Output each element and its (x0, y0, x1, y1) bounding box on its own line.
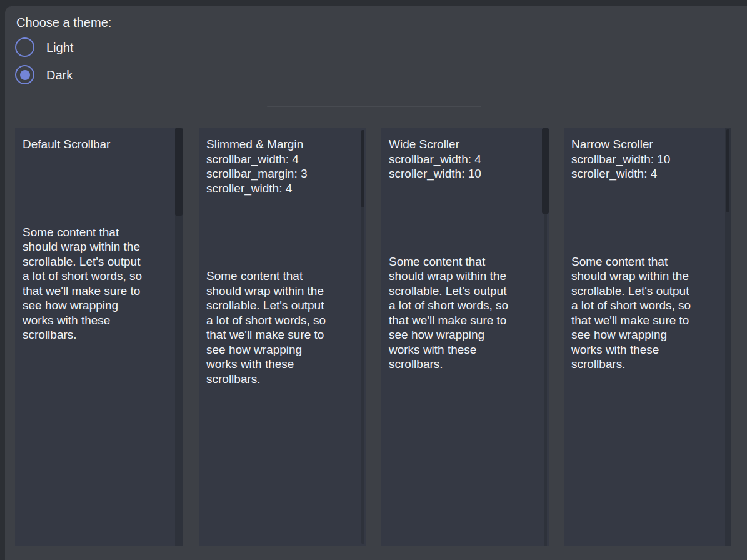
radio-dark[interactable]: Dark (15, 65, 73, 84)
radio-light-label[interactable]: Light (46, 40, 73, 55)
radio-dark-label[interactable]: Dark (46, 68, 73, 82)
panel-properties: scrollbar_width: 4 scroller_width: 10 (389, 152, 535, 181)
scrollbar-thumb[interactable] (726, 129, 729, 212)
panel-title: Slimmed & Margin (206, 137, 353, 152)
panel-title: Default Scrollbar (23, 137, 169, 152)
scrollable-panel-wide-scroller[interactable]: Wide Scroller scrollbar_width: 4 scrolle… (381, 128, 549, 546)
panel-properties: scrollbar_width: 4 scrollbar_margin: 3 s… (206, 152, 353, 196)
scrollbar-thumb[interactable] (361, 130, 364, 208)
panel-title: Narrow Scroller (571, 137, 718, 152)
scrollable-panel-slimmed[interactable]: Slimmed & Margin scrollbar_width: 4 scro… (199, 128, 366, 546)
scrollbar-thumb[interactable] (542, 128, 549, 214)
horizontal-rule (267, 106, 481, 107)
radio-selected-icon[interactable] (15, 65, 34, 84)
radio-light[interactable]: Light (15, 38, 73, 57)
panel-title: Wide Scroller (389, 137, 535, 152)
panel-content: Some content that should wrap within the… (206, 269, 353, 386)
scrollbar-thumb[interactable] (175, 128, 183, 216)
scrollable-panel-narrow-scroller[interactable]: Narrow Scroller scrollbar_width: 10 scro… (564, 128, 731, 546)
panel-content: Some content that should wrap within the… (389, 254, 535, 372)
panel-content: Some content that should wrap within the… (23, 225, 169, 342)
panel-properties: scrollbar_width: 10 scroller_width: 4 (571, 152, 718, 181)
radio-unselected-icon[interactable] (15, 38, 34, 57)
scrollable-panel-default[interactable]: Default Scrollbar Some content that shou… (15, 128, 183, 546)
theme-chooser-label: Choose a theme: (16, 15, 111, 30)
radio-dot-icon (20, 70, 30, 80)
panel-content: Some content that should wrap within the… (571, 254, 718, 372)
